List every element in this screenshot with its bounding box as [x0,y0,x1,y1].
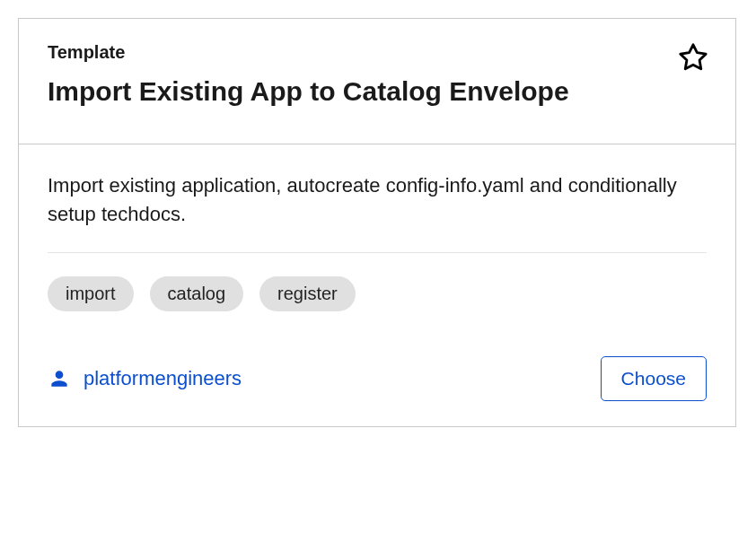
template-card: Template Import Existing App to Catalog … [18,18,736,427]
card-title: Import Existing App to Catalog Envelope [48,75,707,108]
tag-list: import catalog register [48,276,707,311]
card-body: Import existing application, autocreate … [19,144,735,426]
card-footer: platformengineers Choose [48,356,707,401]
favorite-button[interactable] [678,42,708,73]
card-header: Template Import Existing App to Catalog … [19,19,735,144]
owner-link[interactable]: platformengineers [48,367,242,390]
choose-button[interactable]: Choose [601,356,707,401]
card-type-label: Template [48,42,707,63]
person-icon [48,367,71,390]
card-description: Import existing application, autocreate … [48,171,707,229]
tag[interactable]: register [259,276,356,311]
star-icon [678,42,708,73]
owner-name: platformengineers [84,367,242,390]
tag[interactable]: import [48,276,134,311]
divider [48,252,707,253]
tag[interactable]: catalog [150,276,244,311]
svg-marker-0 [681,45,706,69]
